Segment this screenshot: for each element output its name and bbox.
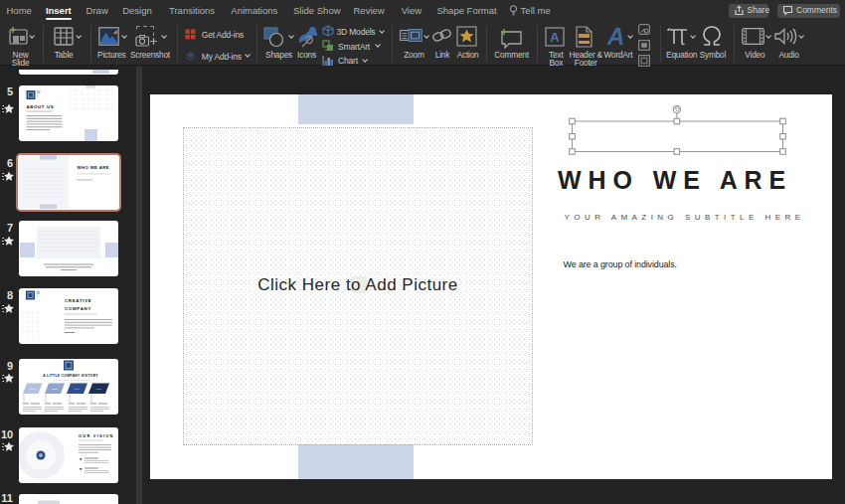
- svg-text:A: A: [550, 30, 560, 45]
- svg-text:OUR VISION: OUR VISION: [79, 433, 114, 438]
- svg-text:2012: 2012: [52, 388, 58, 391]
- svg-text:2020: 2020: [96, 388, 102, 391]
- svg-text:COMPANY: COMPANY: [65, 306, 91, 311]
- svg-text:2016: 2016: [75, 388, 81, 391]
- svg-text:A LITTLE COMPANY HISTORY: A LITTLE COMPANY HISTORY: [43, 374, 98, 378]
- svg-text:WHO WE ARE: WHO WE ARE: [78, 165, 110, 170]
- svg-text:CREATIVE: CREATIVE: [65, 298, 91, 303]
- svg-text:A: A: [606, 25, 624, 49]
- svg-text:YOUR GREAT SUBTITLE: YOUR GREAT SUBTITLE: [54, 379, 88, 382]
- svg-text:2008: 2008: [30, 388, 36, 391]
- svg-text:ABOUT US: ABOUT US: [27, 104, 55, 109]
